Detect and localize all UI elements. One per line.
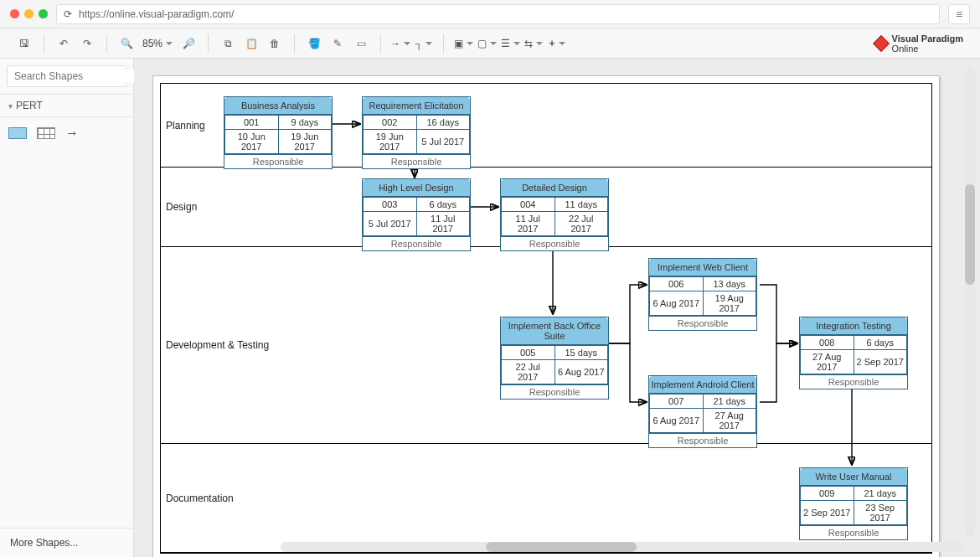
more-shapes-button[interactable]: More Shapes... (0, 528, 133, 557)
pert-title: Integration Testing (800, 317, 907, 335)
search-field[interactable] (13, 70, 142, 83)
pert-responsible: Responsible (224, 154, 332, 168)
arrow-shape[interactable]: → (65, 126, 79, 141)
pert-responsible: Responsible (649, 316, 756, 330)
close-window-icon[interactable] (10, 9, 19, 18)
pert-title: Detailed Design (501, 179, 608, 197)
undo-icon[interactable]: ↶ (54, 34, 73, 53)
pert-detailed-design[interactable]: Detailed Design 00411 days 11 Jul 201722… (500, 178, 609, 251)
stroke-color-icon[interactable]: ✎ (328, 34, 347, 53)
align-icon[interactable]: ☰ (501, 34, 519, 53)
paste-icon[interactable]: 📋 (242, 34, 260, 53)
horizontal-scrollbar[interactable] (281, 542, 963, 552)
distribute-icon[interactable]: ⇆ (524, 34, 543, 53)
search-shapes-input[interactable]: 🔍 (7, 65, 126, 87)
copy-icon[interactable]: ⧉ (219, 34, 237, 53)
canvas-area[interactable]: ∥ Planning Design Development & Testing … (134, 59, 980, 557)
reload-icon[interactable] (64, 8, 72, 20)
add-icon[interactable]: + (548, 34, 566, 53)
logo-icon (873, 35, 890, 52)
pert-title: Requirement Elicitation (363, 97, 470, 115)
url-text: https://online.visual-paradigm.com/ (79, 8, 234, 20)
pert-responsible: Responsible (649, 433, 756, 447)
connector-style-icon[interactable]: → (391, 34, 410, 53)
scroll-thumb[interactable] (965, 184, 975, 285)
zoom-in-icon[interactable]: 🔎 (179, 34, 198, 53)
pert-responsible: Responsible (363, 236, 470, 250)
redo-icon[interactable]: ↷ (78, 34, 96, 53)
delete-icon[interactable]: 🗑 (266, 34, 284, 53)
zoom-level[interactable]: 85% (141, 38, 174, 49)
pert-title: Implement Android Client (649, 376, 756, 394)
pert-table-shape[interactable] (37, 127, 55, 139)
send-front-icon[interactable]: ▣ (454, 34, 472, 53)
swimlane-container: Planning Design Development & Testing Do… (160, 83, 932, 554)
pert-web-client[interactable]: Implement Web Client 00613 days 6 Aug 20… (648, 258, 757, 331)
brand-logo: Visual ParadigmOnline (875, 34, 972, 54)
lane-label: Design (166, 201, 197, 213)
pert-responsible: Responsible (501, 236, 608, 250)
diagram-canvas[interactable]: Planning Design Development & Testing Do… (152, 75, 940, 557)
lane-label: Planning (166, 120, 205, 132)
palette-title: PERT (16, 100, 43, 111)
lane-label: Development & Testing (166, 339, 269, 351)
minimize-window-icon[interactable] (24, 9, 34, 18)
waypoint-style-icon[interactable]: ┐ (415, 34, 433, 53)
palette-body: → (0, 117, 133, 149)
brand-name: Visual Paradigm (892, 34, 963, 44)
pert-block-shape[interactable] (8, 127, 27, 139)
pert-back-office[interactable]: Implement Back Office Suite 00515 days 2… (500, 317, 609, 400)
pert-title: Write User Manual (800, 468, 907, 486)
pert-title: Implement Back Office Suite (501, 317, 608, 345)
browser-chrome: https://online.visual-paradigm.com/ ≡ (0, 0, 980, 28)
window-controls (10, 9, 48, 18)
pert-android-client[interactable]: Implement Android Client 00721 days 6 Au… (648, 375, 757, 448)
pert-business-analysis[interactable]: Business Analysis 0019 days 10 Jun 20171… (224, 96, 333, 169)
brand-sub: Online (892, 44, 919, 54)
palette-header[interactable]: PERT (0, 95, 133, 117)
save-icon[interactable]: 🖫 (15, 34, 34, 53)
shadow-icon[interactable]: ▭ (352, 34, 370, 53)
pert-integration-testing[interactable]: Integration Testing 0086 days 27 Aug 201… (799, 317, 908, 389)
send-back-icon[interactable]: ▢ (477, 34, 496, 53)
pert-user-manual[interactable]: Write User Manual 00921 days 2 Sep 20172… (799, 467, 908, 540)
app-body: 🔍 PERT → More Shapes... ∥ Planning (0, 59, 980, 557)
lane-label: Documentation (166, 493, 234, 504)
browser-menu-icon[interactable]: ≡ (948, 4, 970, 24)
pert-responsible: Responsible (800, 525, 907, 539)
app-toolbar: 🖫 ↶ ↷ 🔍 85% 🔎 ⧉ 📋 🗑 🪣 ✎ ▭ → ┐ (0, 28, 980, 59)
address-bar[interactable]: https://online.visual-paradigm.com/ (56, 4, 940, 24)
maximize-window-icon[interactable] (39, 9, 48, 18)
application-window: https://online.visual-paradigm.com/ ≡ 🖫 … (0, 0, 980, 557)
pert-high-level-design[interactable]: High Level Design 0036 days 5 Jul 201711… (362, 178, 471, 251)
zoom-out-icon[interactable]: 🔍 (117, 34, 136, 53)
pert-title: Implement Web Client (649, 259, 756, 276)
vertical-scrollbar[interactable] (965, 67, 975, 537)
scroll-thumb[interactable] (486, 542, 637, 552)
pert-responsible: Responsible (501, 384, 608, 399)
pert-title: Business Analysis (224, 97, 332, 115)
fill-color-icon[interactable]: 🪣 (305, 34, 323, 53)
pert-responsible: Responsible (800, 374, 907, 389)
pert-responsible: Responsible (363, 154, 470, 168)
pert-requirement-elicitation[interactable]: Requirement Elicitation 00216 days 19 Ju… (362, 96, 471, 169)
pert-title: High Level Design (363, 179, 470, 197)
shapes-sidebar: 🔍 PERT → More Shapes... (0, 59, 134, 557)
